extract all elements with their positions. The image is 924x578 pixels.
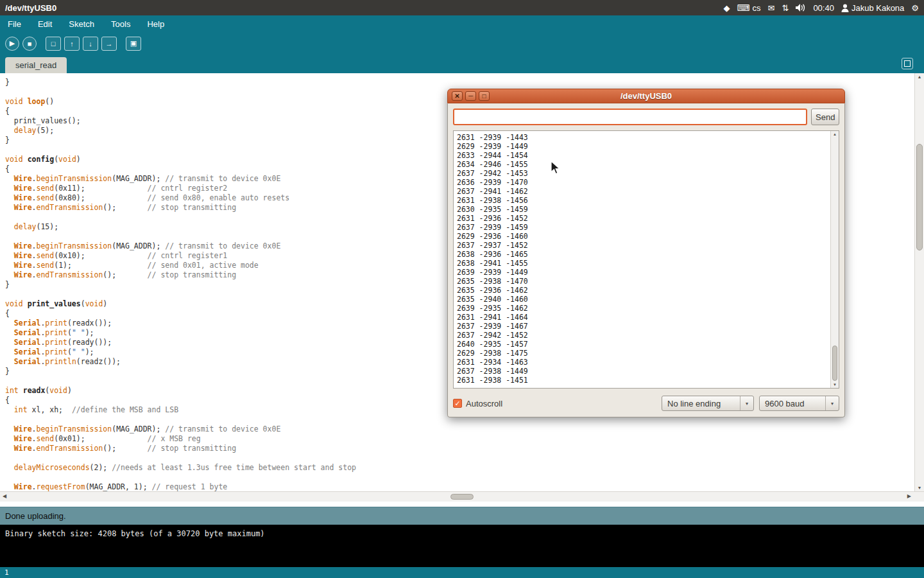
serial-line: 2629 -2938 -1475	[457, 349, 826, 358]
serial-line: 2635 -2936 -1462	[457, 286, 826, 295]
serial-line: 2635 -2938 -1470	[457, 277, 826, 286]
arrow-right-icon: →	[106, 40, 113, 48]
volume-icon[interactable]	[796, 4, 806, 12]
tab-serial-read[interactable]: serial_read	[5, 57, 67, 73]
autoscroll-checkbox[interactable]: ✓	[453, 399, 462, 408]
window-buttons: ✕ ─ □	[452, 91, 490, 101]
serial-line: 2631 -2936 -1452	[457, 214, 826, 223]
maximize-button[interactable]: □	[479, 91, 490, 101]
serial-line: 2637 -2941 -1462	[457, 187, 826, 196]
serial-line: 2629 -2939 -1449	[457, 142, 826, 151]
status-bar: Done uploading.	[0, 507, 924, 525]
serial-line: 2636 -2939 -1470	[457, 178, 826, 187]
serial-line: 2638 -2941 -1455	[457, 259, 826, 268]
keyboard-layout-indicator[interactable]: ⌨ cs	[737, 3, 760, 13]
serial-scroll-up-icon[interactable]: ▲	[831, 132, 839, 136]
code-line: Wire.beginTransmission(MAG_ADDR); // tra…	[5, 425, 914, 434]
send-button[interactable]: Send	[811, 109, 839, 125]
serial-line: 2631 -2939 -1443	[457, 133, 826, 142]
page-icon: □	[51, 40, 56, 48]
serial-line: 2631 -2938 -1451	[457, 376, 826, 385]
serial-output-wrap: 2631 -2939 -14432629 -2939 -14492633 -29…	[453, 130, 839, 389]
line-number-indicator: 1	[4, 568, 9, 577]
serial-send-input[interactable]	[453, 109, 807, 125]
code-line: Wire.endTransmission(); // stop transmit…	[5, 444, 914, 453]
close-button[interactable]: ✕	[452, 91, 463, 101]
save-button[interactable]: ↓	[83, 37, 98, 51]
footer-strip: 1	[0, 567, 924, 578]
console-output: Binary sketch size: 4208 bytes (of a 307…	[0, 525, 924, 567]
serial-monitor-title: /dev/ttyUSB0	[448, 91, 844, 101]
verify-button[interactable]: ▶	[5, 37, 19, 51]
serial-line: 2631 -2934 -1463	[457, 358, 826, 367]
scroll-down-arrow-icon[interactable]: ▼	[915, 486, 924, 490]
serial-vertical-scrollbar[interactable]: ▲ ▼	[830, 131, 839, 388]
serial-monitor-button[interactable]: ▣	[126, 37, 141, 51]
editor-horizontal-scrollbar[interactable]: ◀ ▶	[0, 491, 924, 502]
serial-monitor-body: Send 2631 -2939 -14432629 -2939 -1449263…	[447, 103, 845, 417]
serial-bottom-row: ✓ Autoscroll No line ending ▾ 9600 baud …	[453, 395, 839, 412]
autoscroll-label: Autoscroll	[466, 399, 502, 408]
scroll-right-arrow-icon[interactable]: ▶	[907, 493, 911, 499]
code-line	[5, 473, 914, 482]
open-button[interactable]: ↑	[64, 37, 80, 51]
play-icon: ▶	[10, 39, 15, 48]
serial-line: 2640 -2935 -1457	[457, 340, 826, 349]
editor-hscroll-thumb[interactable]	[450, 494, 474, 500]
code-line: Wire.send(0x01); // x MSB reg	[5, 434, 914, 444]
clock[interactable]: 00:40	[813, 3, 834, 13]
tab-menu-icon	[904, 60, 911, 67]
menu-item-help[interactable]: Help	[147, 19, 164, 29]
tab-menu-button[interactable]	[902, 58, 913, 69]
baud-rate-dropdown[interactable]: 9600 baud ▾	[759, 396, 839, 411]
code-line: Wire.requestFrom(MAG_ADDR, 1); // reques…	[5, 482, 914, 491]
session-gear-icon[interactable]: ⚙	[911, 3, 919, 13]
serial-line: 2637 -2937 -1452	[457, 241, 826, 250]
network-arrows-icon[interactable]: ⇅	[782, 3, 789, 13]
new-sketch-button[interactable]: □	[46, 37, 61, 51]
line-ending-dropdown[interactable]: No line ending ▾	[662, 396, 754, 411]
serial-line: 2633 -2944 -1454	[457, 151, 826, 160]
mail-icon[interactable]: ✉	[768, 3, 775, 13]
user-menu[interactable]: Jakub Kakona	[841, 3, 904, 13]
keyboard-icon: ⌨	[737, 3, 752, 13]
chevron-down-icon: ▾	[825, 396, 839, 410]
indicator-applet-icon[interactable]: ◆	[723, 3, 730, 13]
scroll-left-arrow-icon[interactable]: ◀	[3, 493, 6, 499]
serial-monitor-titlebar[interactable]: ✕ ─ □ /dev/ttyUSB0	[447, 89, 845, 103]
stop-button[interactable]: ■	[22, 37, 37, 51]
serial-vscroll-thumb[interactable]	[832, 346, 837, 381]
serial-output[interactable]: 2631 -2939 -14432629 -2939 -14492633 -29…	[454, 131, 830, 388]
scroll-up-arrow-icon[interactable]: ▲	[915, 74, 924, 79]
serial-line: 2637 -2942 -1453	[457, 169, 826, 178]
editor-vscroll-thumb[interactable]	[916, 144, 923, 250]
menu-item-file[interactable]: File	[8, 19, 21, 29]
serial-line: 2634 -2946 -1455	[457, 160, 826, 169]
serial-line: 2637 -2942 -1452	[457, 331, 826, 340]
console-text: Binary sketch size: 4208 bytes (of a 307…	[5, 529, 265, 538]
chevron-down-icon: ▾	[740, 396, 753, 410]
top-panel: /dev/ttyUSB0 ◆ ⌨ cs ✉ ⇅ 00:40	[0, 0, 924, 15]
menu-item-edit[interactable]: Edit	[38, 19, 52, 29]
menu-bar: FileEditSketchToolsHelp	[0, 15, 924, 33]
stop-icon: ■	[28, 40, 32, 48]
serial-line: 2637 -2938 -1449	[457, 367, 826, 376]
serial-line: 2637 -2939 -1467	[457, 322, 826, 331]
monitor-icon: ▣	[130, 39, 137, 48]
serial-line: 2631 -2941 -1464	[457, 313, 826, 322]
upload-button[interactable]: →	[101, 37, 117, 51]
serial-line: 2637 -2939 -1459	[457, 223, 826, 232]
mouse-cursor	[551, 161, 563, 177]
serial-monitor-window: ✕ ─ □ /dev/ttyUSB0 Send 2631 -2939 -1443…	[447, 89, 845, 417]
editor-vertical-scrollbar[interactable]: ▲ ▼	[914, 73, 924, 491]
menu-item-sketch[interactable]: Sketch	[69, 19, 94, 29]
serial-scroll-down-icon[interactable]: ▼	[831, 383, 839, 387]
menu-item-tools[interactable]: Tools	[111, 19, 130, 29]
arrow-up-icon: ↑	[70, 40, 74, 48]
baud-rate-value: 9600 baud	[760, 399, 825, 408]
status-text: Done uploading.	[5, 511, 66, 521]
minimize-button[interactable]: ─	[465, 91, 476, 101]
arrow-down-icon: ↓	[89, 40, 92, 48]
code-line: }	[5, 78, 914, 87]
serial-line: 2631 -2938 -1456	[457, 196, 826, 205]
